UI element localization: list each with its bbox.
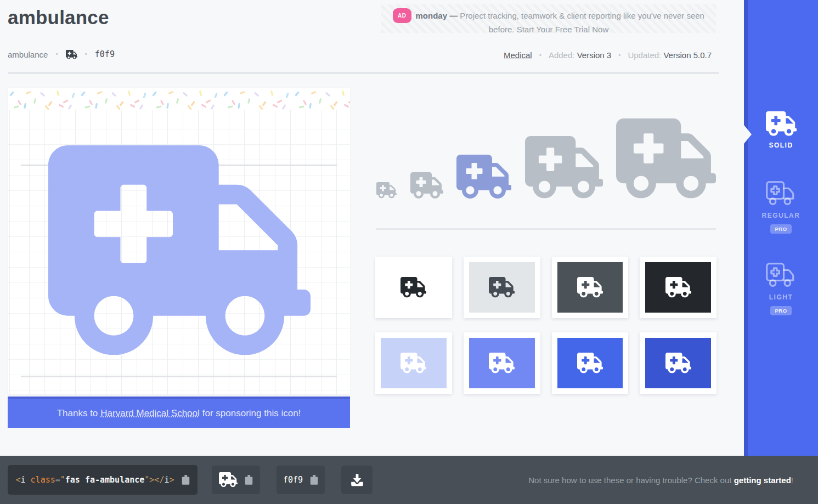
header-divider	[8, 72, 719, 74]
dot-separator: •	[539, 52, 541, 59]
style-sidebar: SOLID REGULAR PRO LIGHT PRO	[744, 0, 818, 456]
breadcrumb-name: ambulance	[8, 50, 48, 59]
dot-separator: •	[85, 50, 87, 58]
size-preview-row	[376, 116, 716, 199]
color-swatch-grid	[375, 257, 717, 394]
panel-divider	[376, 228, 716, 230]
icon-meta: Medical • Added: Version 3 • Updated: Ve…	[504, 50, 712, 60]
page-title: ambulance	[8, 7, 109, 29]
updated-value: Version 5.0.7	[663, 50, 712, 60]
icon-preview-card	[8, 88, 350, 394]
ad-badge: AD	[393, 8, 411, 23]
ambulance-size-xs-icon	[376, 182, 397, 199]
clipboard-icon	[182, 475, 190, 485]
sponsor-link[interactable]: Harvard Medical School	[100, 408, 199, 419]
ambulance-icon	[400, 353, 426, 373]
pro-badge: PRO	[770, 306, 791, 315]
style-label: REGULAR	[762, 212, 800, 219]
style-label: LIGHT	[769, 293, 793, 301]
breadcrumb: ambulance • • f0f9	[8, 49, 115, 59]
clipboard-icon	[310, 475, 318, 485]
style-label: SOLID	[769, 141, 793, 149]
sponsor-suffix: for sponsoring this icon!	[202, 408, 301, 419]
swatch-black[interactable]	[640, 257, 717, 318]
ad-banner[interactable]: ADmonday — Project tracking, teamwork & …	[381, 4, 716, 33]
help-text: Not sure how to use these or having trou…	[528, 475, 793, 485]
sponsor-banner: Thanks to Harvard Medical School for spo…	[8, 397, 350, 428]
confetti-decoration	[8, 88, 350, 110]
ambulance-icon	[489, 277, 515, 298]
ambulance-size-md-icon	[456, 155, 511, 199]
ambulance-icon	[577, 353, 603, 373]
ambulance-size-sm-icon	[410, 172, 443, 199]
updated-label: Updated:	[628, 50, 661, 60]
ambulance-icon	[219, 472, 238, 487]
ambulance-light-icon	[765, 262, 797, 288]
getting-started-link[interactable]: getting started	[734, 475, 791, 485]
dot-separator: •	[55, 50, 58, 58]
category-link[interactable]: Medical	[504, 50, 532, 60]
ad-text: Project tracking, teamwork & client repo…	[460, 11, 704, 34]
html-snippet-copy[interactable]: <i class="fas fa-ambulance"></i>	[8, 465, 198, 495]
style-tab-solid[interactable]: SOLID	[766, 111, 797, 149]
copy-glyph-button[interactable]	[212, 466, 260, 494]
copy-toolbar: <i class="fas fa-ambulance"></i> f0f9 No…	[0, 456, 818, 504]
ambulance-icon	[577, 277, 603, 298]
swatch-dark-blue[interactable]	[640, 332, 717, 394]
ad-dash: —	[449, 11, 458, 20]
added-label: Added:	[549, 50, 575, 60]
ambulance-icon	[66, 50, 77, 59]
grid-baseline	[21, 376, 337, 377]
ambulance-hero-icon	[48, 145, 311, 355]
swatch-white[interactable]	[375, 257, 452, 318]
ambulance-icon	[400, 277, 426, 298]
swatch-periwinkle-light[interactable]	[375, 332, 452, 394]
ad-brand: monday	[416, 11, 448, 20]
added-value: Version 3	[577, 50, 612, 60]
swatch-periwinkle[interactable]	[464, 332, 540, 394]
ambulance-icon	[665, 353, 691, 373]
swatch-dark-gray[interactable]	[552, 257, 629, 318]
style-tab-regular[interactable]: REGULAR PRO	[762, 180, 800, 234]
ambulance-size-lg-icon	[525, 136, 603, 199]
ambulance-size-xl-icon	[616, 118, 716, 199]
copy-unicode-button[interactable]: f0f9	[277, 466, 325, 494]
swatch-blue[interactable]	[552, 332, 629, 394]
pro-badge: PRO	[770, 224, 791, 234]
download-icon	[350, 473, 364, 487]
download-button[interactable]	[341, 466, 373, 494]
clipboard-icon	[245, 475, 253, 485]
help-suffix: !	[791, 475, 793, 485]
ambulance-regular-icon	[765, 180, 797, 206]
unicode-value: f0f9	[283, 475, 303, 485]
ambulance-icon	[489, 353, 515, 373]
dot-separator: •	[618, 52, 620, 59]
sponsor-prefix: Thanks to	[57, 408, 98, 419]
code-snippet: <i class="fas fa-ambulance"></i>	[16, 475, 174, 485]
ambulance-solid-icon	[766, 111, 797, 136]
style-tab-light[interactable]: LIGHT PRO	[765, 262, 797, 315]
help-prefix: Not sure how to use these or having trou…	[528, 475, 731, 485]
swatch-light-gray[interactable]	[464, 257, 540, 318]
breadcrumb-unicode: f0f9	[95, 49, 115, 59]
ambulance-icon	[665, 277, 691, 298]
